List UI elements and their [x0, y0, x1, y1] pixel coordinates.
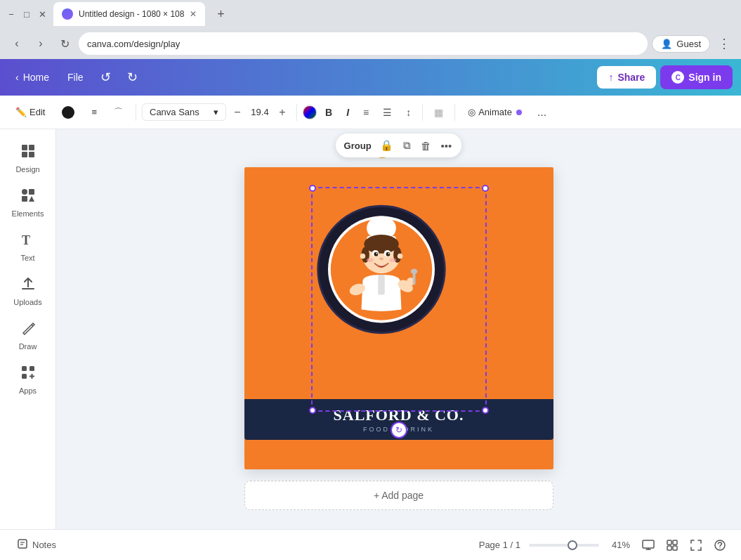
group-more-button[interactable]: •••: [440, 138, 454, 153]
animate-dot: [516, 110, 522, 115]
add-page-button[interactable]: + Add page: [244, 481, 553, 510]
group-delete-button[interactable]: 🗑: [419, 138, 433, 153]
curve-button[interactable]: ⌒: [107, 102, 130, 123]
logo-circle: [315, 202, 483, 371]
group-label: Group: [344, 141, 372, 151]
italic-button[interactable]: I: [341, 104, 355, 121]
page-label: Page 1 / 1: [479, 540, 520, 550]
group-toolbar: Group 🔒 ⧉ 🗑 •••: [336, 134, 462, 157]
svg-rect-6: [22, 196, 27, 202]
canva-bottombar: Notes Page 1 / 1 41%: [0, 529, 741, 560]
lines-button[interactable]: ≡: [84, 103, 104, 122]
sidebar-item-text[interactable]: T Text: [4, 226, 53, 268]
home-button[interactable]: ‹ Home: [8, 67, 56, 87]
draw-icon: [20, 320, 36, 339]
fullscreen-button[interactable]: [686, 535, 706, 555]
circle-button[interactable]: [55, 102, 81, 123]
svg-rect-38: [412, 273, 415, 285]
canva-toolbar: ✏️ Edit ≡ ⌒ Canva Sans ▾ − 19.4 + B I ≡ …: [0, 96, 741, 129]
more-options-button[interactable]: ...: [532, 103, 552, 122]
sidebar-item-apps[interactable]: Apps: [4, 359, 53, 401]
share-label: Share: [617, 72, 645, 83]
notes-icon: [17, 538, 28, 552]
bold-button[interactable]: B: [320, 104, 338, 121]
animate-icon: ◎: [468, 107, 476, 117]
back-button[interactable]: ‹: [7, 34, 27, 53]
svg-point-31: [379, 257, 383, 260]
apps-icon: [20, 365, 36, 384]
view-buttons: [638, 535, 730, 555]
forward-button[interactable]: ›: [31, 34, 51, 53]
svg-rect-0: [22, 145, 27, 150]
undo-button[interactable]: ↺: [95, 66, 117, 89]
sidebar-item-text-label: Text: [20, 254, 34, 262]
zoom-percent: 41%: [605, 540, 630, 550]
browser-menu-button[interactable]: ⋮: [714, 34, 734, 53]
svg-marker-7: [29, 196, 34, 202]
sidebar-item-uploads-label: Uploads: [13, 298, 41, 306]
zoom-thumb[interactable]: [568, 540, 577, 550]
zoom-slider[interactable]: [529, 544, 599, 547]
svg-rect-46: [667, 540, 671, 545]
browser-tab[interactable]: Untitled design - 1080 × 108 ✕: [53, 2, 205, 26]
line-spacing-button[interactable]: ↕: [400, 104, 417, 121]
new-tab-button[interactable]: +: [211, 4, 230, 24]
url-bar[interactable]: canva.com/design/play: [79, 32, 648, 55]
share-button[interactable]: ↑ Share: [597, 66, 656, 89]
refresh-button[interactable]: ↻: [55, 34, 74, 53]
sidebar-item-design[interactable]: Design: [4, 138, 53, 179]
guest-button[interactable]: 👤 Guest: [652, 35, 710, 53]
svg-point-30: [389, 258, 396, 262]
svg-rect-3: [29, 152, 34, 157]
group-copy-button[interactable]: ⧉: [402, 138, 412, 153]
canva-topbar: ‹ Home File ↺ ↻ ↑ Share C Sign in: [0, 59, 741, 96]
animate-label: Animate: [478, 107, 512, 117]
font-size-increase[interactable]: +: [274, 104, 291, 121]
color-picker[interactable]: [303, 105, 317, 119]
signin-label: Sign in: [688, 72, 721, 83]
sidebar-item-draw-label: Draw: [19, 342, 37, 351]
minimize-button[interactable]: −: [6, 8, 17, 20]
svg-rect-34: [378, 275, 385, 295]
list-button[interactable]: ☰: [377, 104, 398, 121]
notes-button[interactable]: Notes: [11, 535, 62, 554]
align-button[interactable]: ≡: [358, 104, 374, 121]
canva-sidebar: Design Elements T Text Uploads: [0, 129, 56, 529]
font-size-value: 19.4: [249, 107, 271, 117]
desktop-view-button[interactable]: [638, 535, 658, 555]
url-text: canva.com/design/play: [87, 39, 180, 49]
toolbar-divider-1: [136, 104, 136, 121]
svg-rect-9: [22, 366, 27, 371]
transparency-button[interactable]: ▦: [428, 104, 449, 121]
sidebar-item-elements[interactable]: Elements: [4, 182, 53, 223]
help-button[interactable]: [710, 535, 730, 555]
svg-rect-48: [667, 546, 671, 550]
edit-button[interactable]: ✏️ Edit: [8, 103, 52, 122]
font-size-decrease[interactable]: −: [229, 104, 246, 121]
svg-point-25: [374, 252, 378, 256]
sidebar-item-uploads[interactable]: Uploads: [4, 271, 53, 312]
sidebar-item-draw[interactable]: Draw: [4, 315, 53, 356]
browser-titlebar: − □ ✕ Untitled design - 1080 × 108 ✕ +: [0, 0, 741, 28]
font-selector[interactable]: Canva Sans ▾: [142, 103, 226, 121]
maximize-button[interactable]: □: [21, 8, 32, 20]
tab-close-icon[interactable]: ✕: [190, 9, 197, 19]
favicon: [62, 8, 73, 20]
font-name: Canva Sans: [150, 107, 199, 117]
uploads-icon: [20, 276, 36, 295]
file-button[interactable]: File: [60, 67, 91, 87]
design-canvas[interactable]: Group 🔒 ⧉ 🗑 ••• ↻: [244, 167, 553, 469]
svg-rect-49: [673, 546, 677, 550]
signin-button[interactable]: C Sign in: [660, 65, 733, 89]
close-button[interactable]: ✕: [37, 8, 48, 20]
guest-label: Guest: [676, 39, 701, 49]
svg-point-51: [719, 547, 721, 549]
redo-button[interactable]: ↻: [122, 66, 144, 89]
group-lock-button[interactable]: 🔒: [379, 138, 395, 153]
animate-button[interactable]: ◎ Animate: [461, 104, 529, 120]
brand-name: SALFORD & CO.: [258, 406, 539, 424]
text-icon: T: [20, 232, 36, 251]
grid-view-button[interactable]: [662, 535, 682, 555]
canva-canvas-area[interactable]: 🔒 ⧉ + Group 🔒 ⧉ 🗑 •••: [56, 129, 741, 529]
svg-point-27: [376, 253, 377, 254]
